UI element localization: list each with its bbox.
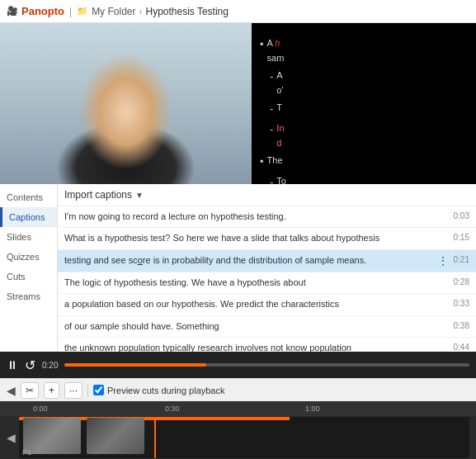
timeline-thumbnail-2 <box>87 418 144 454</box>
timeline-track-label: P1 <box>22 448 31 457</box>
captions-header-label[interactable]: Import captions <box>64 189 132 201</box>
bullet-dot-2: - <box>270 69 273 86</box>
sidebar-item-captions[interactable]: Captions <box>0 207 57 227</box>
thumb-inner-2 <box>87 418 144 454</box>
caption-text-4: a population based on our hypothesis. We… <box>64 298 449 310</box>
timeline-tracks: ◀ P1 <box>0 416 476 459</box>
bullet-dot-5: • <box>260 154 264 171</box>
caption-text-1: What is a hypothesis test? So here we ha… <box>64 232 449 244</box>
caption-time-1: 0:15 <box>454 233 469 242</box>
caption-text-6: the unknown population typically researc… <box>64 342 449 352</box>
breadcrumb-chevron: › <box>139 6 142 17</box>
timeline-section: 0:00 0:30 1:00 ◀ P1 <box>0 401 476 459</box>
caption-row-5[interactable]: of our sample should have. Something 0:3… <box>58 316 476 338</box>
slide-bullet-4: - Ind <box>270 121 288 150</box>
video-person <box>0 23 252 184</box>
bullet-dot-6: - <box>270 174 273 184</box>
captions-dropdown-icon[interactable]: ▼ <box>135 191 144 200</box>
slide-bullet-6: - Toth <box>270 174 288 184</box>
folder-label[interactable]: My Folder <box>92 6 135 17</box>
caption-time-3: 0:28 <box>454 277 469 286</box>
captions-header: Import captions ▼ <box>58 184 476 206</box>
caption-row-3[interactable]: The logic of hypothesis testing. We have… <box>58 272 476 294</box>
sidebar: Contents Captions Slides Quizzes Cuts St… <box>0 184 58 352</box>
caption-time-6: 0:44 <box>454 343 469 352</box>
timeline-back-button[interactable]: ◀ <box>7 384 16 397</box>
slide-panel: Wh • A hsam - Ao' - T - Ind • <box>252 23 476 184</box>
timeline-thumbnail-1 <box>23 418 81 454</box>
sidebar-item-slides[interactable]: Slides <box>0 227 57 247</box>
caption-row-6[interactable]: the unknown population typically researc… <box>58 338 476 352</box>
thumb-inner-1 <box>23 418 81 454</box>
slide-bullet-5: • The <box>260 154 288 171</box>
progress-bar[interactable] <box>64 363 469 367</box>
slide-bullet-3: - T <box>270 101 288 118</box>
more-options-button[interactable]: ··· <box>64 382 82 399</box>
video-panel <box>0 23 252 184</box>
sidebar-item-cuts[interactable]: Cuts <box>0 267 57 286</box>
caption-text-0: I'm now going to record a lecture on hyp… <box>64 211 449 223</box>
main-container: Wh • A hsam - Ao' - T - Ind • <box>0 23 476 459</box>
player-controls: ⏸ ↺ 0:20 <box>0 352 476 378</box>
caption-time-0: 0:03 <box>454 211 469 220</box>
caption-row-1[interactable]: What is a hypothesis test? So here we ha… <box>58 228 476 249</box>
bullet-text-5: The <box>267 154 283 168</box>
bullet-dot: • <box>260 36 264 54</box>
caption-time-2: 0:21 <box>454 255 469 264</box>
caption-text-5: of our sample should have. Something <box>64 320 449 333</box>
caption-row-0[interactable]: I'm now going to record a lecture on hyp… <box>58 206 476 228</box>
logo-text: Panopto <box>21 5 64 17</box>
sidebar-item-quizzes[interactable]: Quizzes <box>0 247 57 267</box>
rewind-button[interactable]: ↺ <box>25 357 35 373</box>
timeline-content[interactable]: P1 <box>19 417 469 458</box>
header: 🎥 Panopto | 📁 My Folder › Hypothesis Tes… <box>0 0 476 23</box>
caption-menu-icon[interactable]: ⋮ <box>437 254 449 267</box>
panopto-logo-icon: 🎥 <box>7 6 18 17</box>
page-title: Hypothesis Testing <box>145 6 229 17</box>
preview-cuts-checkbox-container: Preview cuts during playback <box>93 385 224 395</box>
ruler-mark-2: 1:00 <box>305 405 320 413</box>
timeline-ruler: 0:00 0:30 1:00 <box>0 401 476 416</box>
caption-time-4: 0:33 <box>454 299 469 308</box>
time-display: 0:20 <box>42 361 58 370</box>
bullet-text-6: Toth <box>276 174 286 184</box>
bullet-dot-4: - <box>270 121 273 139</box>
preview-cuts-label: Preview cuts during playback <box>107 386 224 395</box>
separator: | <box>69 6 72 17</box>
slide-bullet-1: • A hsam <box>260 36 288 65</box>
bullet-text-2: Ao' <box>276 69 283 97</box>
caption-time-5: 0:38 <box>454 321 469 330</box>
timeline-nav-left[interactable]: ◀ <box>7 431 16 444</box>
folder-icon: 📁 <box>77 6 88 17</box>
scissors-button[interactable]: ✂ <box>21 382 39 399</box>
sidebar-item-contents[interactable]: Contents <box>0 187 57 207</box>
toolbar-separator <box>87 384 88 397</box>
bullet-text-3: T <box>276 101 282 116</box>
sidebar-item-streams[interactable]: Streams <box>0 286 57 306</box>
caption-row-2[interactable]: testing and see score is in probability … <box>58 250 476 272</box>
caption-row-4[interactable]: a population based on our hypothesis. We… <box>58 294 476 315</box>
progress-bar-fill <box>64 363 206 367</box>
bullet-text-4: Ind <box>276 121 284 150</box>
captions-list: I'm now going to record a lecture on hyp… <box>58 206 476 352</box>
middle-section: Contents Captions Slides Quizzes Cuts St… <box>0 184 476 352</box>
slide-bullet-2: - Ao' <box>270 69 288 97</box>
bullet-dot-3: - <box>270 101 273 118</box>
timeline-playhead <box>154 417 156 458</box>
slide-title: Wh <box>260 23 288 30</box>
top-section: Wh • A hsam - Ao' - T - Ind • <box>0 23 476 184</box>
pause-button[interactable]: ⏸ <box>7 358 18 371</box>
logo: 🎥 Panopto <box>7 5 64 17</box>
preview-cuts-checkbox[interactable] <box>93 385 104 395</box>
bullet-text-1: A hsam <box>267 36 285 65</box>
timeline-toolbar: ◀ ✂ + ··· Preview cuts during playback <box>0 378 476 401</box>
captions-panel: Import captions ▼ I'm now going to recor… <box>58 184 476 352</box>
add-button[interactable]: + <box>44 382 59 399</box>
caption-text-3: The logic of hypothesis testing. We have… <box>64 277 449 289</box>
ruler-mark-1: 0:30 <box>165 405 180 413</box>
caption-text-2: testing and see score is in probability … <box>64 254 432 267</box>
ruler-mark-0: 0:00 <box>33 405 48 413</box>
slide-content: Wh • A hsam - Ao' - T - Ind • <box>260 23 288 184</box>
video-placeholder <box>0 23 252 184</box>
